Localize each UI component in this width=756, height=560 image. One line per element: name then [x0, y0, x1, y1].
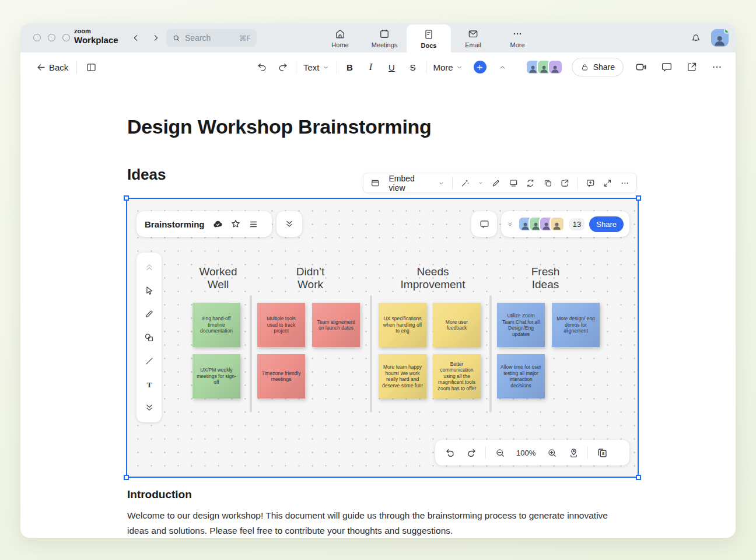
sticky-note[interactable]: Team alignement on launch dates: [312, 303, 360, 347]
duplicate-icon[interactable]: [543, 178, 553, 188]
search-input[interactable]: Search ⌘F: [166, 29, 257, 47]
zoom-out-button[interactable]: [492, 445, 508, 460]
refresh-icon[interactable]: [526, 178, 536, 188]
sticky-note[interactable]: Timezone friendly meetings: [257, 354, 305, 398]
nav-forward-button[interactable]: [150, 32, 162, 44]
text-tool-button[interactable]: T: [142, 377, 157, 392]
locate-button[interactable]: [566, 445, 581, 460]
selection-handle[interactable]: [636, 475, 641, 480]
column-divider: [250, 295, 252, 412]
scroll-down-tool-button[interactable]: [142, 400, 157, 415]
tab-home[interactable]: Home: [318, 23, 362, 52]
magic-wand-icon[interactable]: [460, 178, 470, 188]
pen-tool-button[interactable]: [142, 306, 157, 321]
divider: [452, 177, 453, 190]
divider: [485, 446, 486, 459]
strikethrough-button[interactable]: S: [405, 58, 421, 76]
doc-share-button[interactable]: Share: [572, 58, 624, 76]
italic-button[interactable]: I: [363, 58, 379, 76]
pages-button[interactable]: 8: [594, 445, 610, 460]
divider: [426, 61, 426, 74]
star-icon[interactable]: [230, 218, 242, 230]
sticky-note[interactable]: UX/PM weekly meetings for sign-off: [192, 354, 240, 398]
redo-button[interactable]: [275, 58, 291, 76]
external-link-icon: [686, 61, 698, 73]
sticky-note[interactable]: More team happy hours! We work really ha…: [379, 354, 426, 398]
sticky-note[interactable]: More user feedback: [433, 303, 481, 347]
sticky-note[interactable]: More design/ eng demos for alignement: [552, 303, 600, 347]
whiteboard-collaboration-bar: 13 Share: [501, 211, 629, 237]
whiteboard-comment-button[interactable]: [471, 211, 497, 237]
undo-button[interactable]: [254, 58, 270, 76]
sticky-note[interactable]: Eng hand-off timeline documentation: [192, 303, 240, 347]
sticky-note[interactable]: Better communication using all the magni…: [433, 354, 481, 398]
embed-view-icon[interactable]: [370, 178, 380, 188]
sticky-note[interactable]: Allow time for user testing all major in…: [497, 354, 545, 398]
whiteboard-share-button[interactable]: Share: [589, 216, 624, 232]
whiteboard-embed[interactable]: Brainstorming 13 Share: [126, 198, 639, 478]
selection-handle[interactable]: [636, 195, 641, 201]
chevron-down-icon[interactable]: [438, 180, 444, 187]
insert-block-button[interactable]: [474, 61, 487, 74]
embed-more-icon[interactable]: [620, 178, 630, 188]
add-comment-icon[interactable]: [586, 178, 596, 188]
sidebar-toggle-button[interactable]: [83, 58, 99, 76]
board-collaborator-avatars[interactable]: [518, 216, 565, 232]
collapse-toolbar-button[interactable]: [495, 58, 511, 76]
sticky-note[interactable]: Multiple tools used to track project: [257, 303, 305, 347]
whiteboard-canvas[interactable]: Brainstorming 13 Share: [127, 199, 638, 477]
app-brand: zoom Workplace: [74, 28, 118, 44]
window-minimize-button[interactable]: [48, 34, 55, 41]
open-external-button[interactable]: [684, 58, 700, 76]
text-style-dropdown[interactable]: Text: [301, 58, 332, 76]
back-button[interactable]: Back: [33, 58, 71, 76]
sticky-note[interactable]: Utilize Zoom Team Chat for all Design/En…: [497, 303, 545, 347]
cloud-saved-icon: [212, 219, 223, 230]
edit-pencil-icon[interactable]: [491, 178, 501, 188]
nav-back-button[interactable]: [130, 32, 142, 44]
column-divider: [489, 295, 492, 412]
board-redo-button[interactable]: [464, 445, 479, 460]
more-formatting-dropdown[interactable]: More: [431, 58, 466, 76]
selection-handle[interactable]: [124, 195, 129, 201]
expand-icon[interactable]: [603, 178, 612, 188]
line-tool-button[interactable]: [142, 354, 157, 369]
tab-email[interactable]: Email: [451, 23, 495, 52]
underline-button[interactable]: U: [384, 58, 400, 76]
sticky-note[interactable]: UX specifications when handling off to e…: [379, 303, 426, 347]
board-undo-button[interactable]: [442, 445, 457, 460]
present-display-icon[interactable]: [509, 178, 519, 188]
page-count: 8: [602, 451, 604, 456]
collaborator-count[interactable]: 13: [569, 218, 584, 230]
search-placeholder: Search: [185, 33, 235, 43]
selection-handle[interactable]: [124, 475, 129, 480]
doc-collaborator-avatars[interactable]: [526, 60, 563, 75]
window-zoom-button[interactable]: [62, 34, 70, 41]
tab-meetings[interactable]: Meetings: [362, 23, 407, 52]
zoom-in-button[interactable]: [544, 445, 559, 460]
shapes-tool-button[interactable]: [142, 330, 157, 345]
account-avatar[interactable]: [711, 29, 729, 47]
zoom-level[interactable]: 100%: [514, 449, 538, 457]
tab-more[interactable]: More: [495, 23, 540, 52]
comments-button[interactable]: [659, 58, 675, 76]
open-external-icon[interactable]: [560, 178, 570, 188]
divider: [578, 177, 578, 190]
whiteboard-collapse-button[interactable]: [276, 211, 302, 237]
whiteboard-title-bar[interactable]: Brainstorming: [136, 211, 272, 237]
start-video-button[interactable]: [632, 58, 650, 76]
divider: [337, 61, 337, 74]
bold-button[interactable]: B: [342, 58, 358, 76]
double-chevron-down-icon[interactable]: [507, 219, 513, 229]
whiteboard-zoom-toolbar: 100% 8: [435, 440, 629, 466]
window-controls[interactable]: [33, 34, 70, 41]
tab-docs[interactable]: Docs: [407, 24, 451, 52]
ellipsis-icon: [711, 61, 723, 73]
notifications-button[interactable]: [690, 32, 702, 43]
embed-view-label[interactable]: Embed view: [389, 174, 430, 192]
doc-more-menu[interactable]: [709, 58, 725, 76]
window-close-button[interactable]: [33, 34, 41, 41]
menu-icon[interactable]: [248, 219, 259, 230]
chevron-down-icon[interactable]: [478, 180, 484, 186]
online-status-dot: [724, 29, 729, 34]
